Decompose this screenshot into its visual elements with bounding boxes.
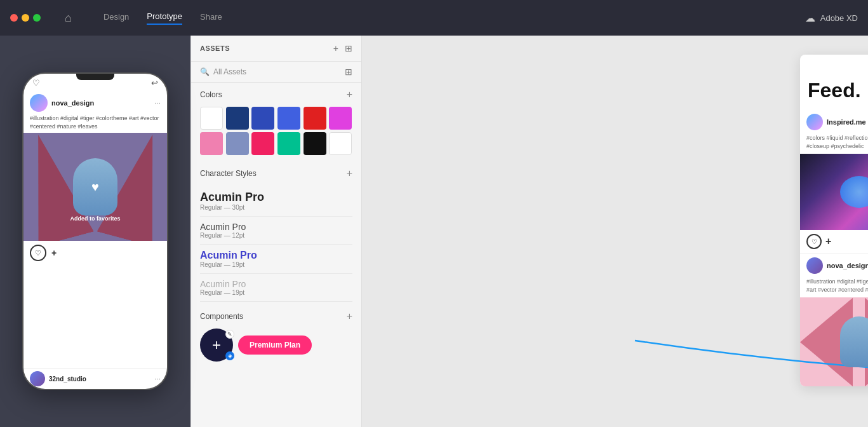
char-style-item-2: Acumin Pro Regular — 12pt xyxy=(200,217,352,245)
fc-user-row-1: Inspired.me ··· xyxy=(800,110,868,134)
color-swatch-medblue[interactable] xyxy=(251,107,274,130)
back-button[interactable]: ⌂ xyxy=(58,9,78,27)
char-name-colored: Acumin Pro xyxy=(200,250,352,261)
component-item: + ✎ ◈ Premium Plan xyxy=(200,329,352,362)
color-swatch-lightpink[interactable] xyxy=(200,132,223,155)
component-premium-pill[interactable]: Premium Plan xyxy=(238,336,312,355)
color-swatch-black[interactable] xyxy=(304,132,326,155)
colors-section-header: Colors + xyxy=(191,83,361,104)
tab-design[interactable]: Design xyxy=(103,12,129,24)
fc-tiger-img-main xyxy=(800,297,868,386)
fc-hashtags-1: #colors #liquid #reflection #drops#close… xyxy=(800,134,868,154)
colors-label: Colors xyxy=(200,90,222,99)
fc-username-2: nova_design xyxy=(827,262,868,269)
phone-menu-dots[interactable]: ··· xyxy=(154,98,161,107)
color-swatch-brightblue[interactable] xyxy=(277,107,300,130)
assets-grid-icon[interactable]: ⊞ xyxy=(345,43,352,53)
char-name-medium: Acumin Pro xyxy=(200,222,352,232)
char-meta-2: Regular — 12pt xyxy=(200,232,352,239)
feed-title: Feed. xyxy=(800,76,868,110)
components-label: Components xyxy=(200,312,243,321)
phone-plus-button[interactable]: + xyxy=(51,248,57,258)
char-style-item-3: Acumin Pro Regular — 19pt xyxy=(200,245,352,274)
prototype-arrows xyxy=(362,36,868,427)
color-swatch-white[interactable] xyxy=(200,107,223,130)
components-add-icon[interactable]: + xyxy=(347,311,352,322)
phone-bottom-dots[interactable]: ··· xyxy=(154,374,161,383)
phone-bottom-user: 32nd_studio ··· xyxy=(23,368,167,389)
edit-icon: ✎ xyxy=(225,330,234,339)
nav-arrows: ⌂ xyxy=(58,9,78,27)
app-name: Adobe XD xyxy=(820,13,858,23)
tab-share[interactable]: Share xyxy=(200,12,222,24)
assets-search[interactable]: 🔍 All Assets ⊞ xyxy=(191,62,361,83)
phone-bottom-name: 32nd_studio xyxy=(49,376,86,383)
phone-hashtags: #illustration #digital #tiger #colorthem… xyxy=(23,114,167,133)
close-dot[interactable] xyxy=(10,14,18,22)
phone-heart-button[interactable]: ♡ xyxy=(30,245,46,261)
color-swatch-slateblue[interactable] xyxy=(226,132,249,155)
fc-user-row-2: nova_design ··· xyxy=(800,253,868,278)
colors-add-icon[interactable]: + xyxy=(347,89,352,100)
char-styles-label: Character Styles xyxy=(200,169,257,178)
char-style-item-1: Acumin Pro Regular — 30pt xyxy=(200,186,352,217)
char-styles-add-icon[interactable]: + xyxy=(347,168,352,179)
char-name-light: Acumin Pro xyxy=(200,279,352,289)
fc-avatar-2 xyxy=(806,257,823,274)
fc-heart-button-1[interactable]: ♡ xyxy=(806,234,822,249)
fc-avatar-1 xyxy=(806,114,823,130)
assets-icons: + ⊞ xyxy=(333,43,352,53)
search-text: All Assets xyxy=(213,67,246,76)
fc-plus-button-1[interactable]: + xyxy=(825,236,831,247)
tab-group: Design Prototype Share xyxy=(103,11,222,25)
added-label: Added to favorites xyxy=(70,215,120,222)
phone-actions: ♡ + xyxy=(23,241,167,265)
components-section-header: Components + xyxy=(191,304,361,326)
assets-header: ASSETS + ⊞ xyxy=(191,36,361,62)
fc-actions-1: ♡ + xyxy=(800,230,868,253)
maximize-dot[interactable] xyxy=(33,14,41,22)
char-styles-section-header: Character Styles + xyxy=(191,161,361,183)
tiger-body: ♥ xyxy=(73,158,117,215)
color-swatch-darkblue[interactable] xyxy=(226,107,249,130)
char-styles-list: Acumin Pro Regular — 30pt Acumin Pro Reg… xyxy=(191,183,361,304)
assets-add-icon[interactable]: + xyxy=(333,43,338,53)
fc-hashtags-2: #illustration #digital #tiger #colorthem… xyxy=(800,278,868,297)
tc-tiger-main xyxy=(840,316,869,367)
phone-bottom-avatar xyxy=(30,371,45,386)
phone-notch xyxy=(76,74,114,80)
phone-mockup: ♡ ↩ nova_design ··· #illustration #digit… xyxy=(22,72,168,390)
top-bar-right: ☁ Adobe XD xyxy=(805,12,858,24)
phone-heart-icon: ♡ xyxy=(32,78,40,88)
phone-avatar xyxy=(30,94,48,112)
phone-image: ♥ Added to favorites xyxy=(23,133,167,241)
assets-title: ASSETS xyxy=(200,44,230,52)
phone-area: ♡ ↩ nova_design ··· #illustration #digit… xyxy=(0,36,190,427)
color-swatch-hotpink[interactable] xyxy=(251,132,274,155)
minimize-dot[interactable] xyxy=(22,14,29,22)
color-swatch-white2[interactable] xyxy=(329,132,352,155)
canvas-area: ≡ Feed. Inspired.me ··· #colors #liquid … xyxy=(362,36,868,427)
fc-username-1: Inspired.me xyxy=(827,118,866,126)
feed-card-main: ≡ Feed. Inspired.me ··· #colors #liquid … xyxy=(800,55,868,386)
phone-user-row: nova_design ··· xyxy=(23,92,167,114)
char-meta-4: Regular — 19pt xyxy=(200,289,352,296)
color-swatch-teal[interactable] xyxy=(277,132,300,155)
color-swatch-red[interactable] xyxy=(304,107,326,130)
components-list: + ✎ ◈ Premium Plan xyxy=(191,326,361,364)
color-swatch-magenta[interactable] xyxy=(329,107,352,130)
cloud-icon: ☁ xyxy=(805,12,815,24)
fc-menu-bar-main: ≡ xyxy=(800,55,868,76)
search-icon: 🔍 xyxy=(200,67,210,76)
char-name-large: Acumin Pro xyxy=(200,191,352,204)
char-meta-3: Regular — 19pt xyxy=(200,261,352,268)
fc-photo-colorful xyxy=(800,154,868,230)
grid-view-icon[interactable]: ⊞ xyxy=(345,67,352,77)
char-meta-1: Regular — 30pt xyxy=(200,204,352,211)
component-indicator-icon: ◈ xyxy=(225,351,234,360)
window-controls xyxy=(10,14,41,22)
tab-prototype[interactable]: Prototype xyxy=(147,11,182,25)
top-bar: ⌂ Design Prototype Share ☁ Adobe XD xyxy=(0,0,868,36)
colors-grid xyxy=(191,104,361,161)
assets-panel: ASSETS + ⊞ 🔍 All Assets ⊞ Colors + xyxy=(190,36,362,427)
